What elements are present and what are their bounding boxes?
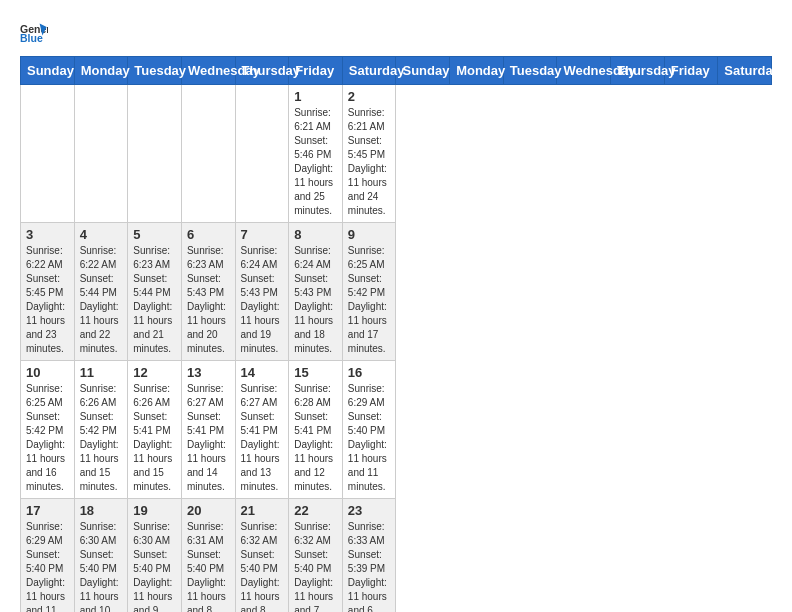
day-header-sunday: Sunday xyxy=(21,57,75,85)
day-cell: 8Sunrise: 6:24 AM Sunset: 5:43 PM Daylig… xyxy=(289,223,343,361)
day-info: Sunrise: 6:24 AM Sunset: 5:43 PM Dayligh… xyxy=(241,244,284,356)
day-number: 18 xyxy=(80,503,123,518)
page-header: General Blue xyxy=(20,20,772,48)
day-info: Sunrise: 6:25 AM Sunset: 5:42 PM Dayligh… xyxy=(348,244,391,356)
day-info: Sunrise: 6:23 AM Sunset: 5:44 PM Dayligh… xyxy=(133,244,176,356)
day-number: 10 xyxy=(26,365,69,380)
week-row-2: 3Sunrise: 6:22 AM Sunset: 5:45 PM Daylig… xyxy=(21,223,772,361)
day-header-friday: Friday xyxy=(664,57,718,85)
day-cell: 7Sunrise: 6:24 AM Sunset: 5:43 PM Daylig… xyxy=(235,223,289,361)
day-cell: 17Sunrise: 6:29 AM Sunset: 5:40 PM Dayli… xyxy=(21,499,75,613)
day-info: Sunrise: 6:23 AM Sunset: 5:43 PM Dayligh… xyxy=(187,244,230,356)
day-header-tuesday: Tuesday xyxy=(128,57,182,85)
day-cell: 16Sunrise: 6:29 AM Sunset: 5:40 PM Dayli… xyxy=(342,361,396,499)
day-info: Sunrise: 6:32 AM Sunset: 5:40 PM Dayligh… xyxy=(294,520,337,612)
day-number: 16 xyxy=(348,365,391,380)
day-cell: 15Sunrise: 6:28 AM Sunset: 5:41 PM Dayli… xyxy=(289,361,343,499)
day-info: Sunrise: 6:26 AM Sunset: 5:41 PM Dayligh… xyxy=(133,382,176,494)
day-number: 7 xyxy=(241,227,284,242)
day-info: Sunrise: 6:29 AM Sunset: 5:40 PM Dayligh… xyxy=(348,382,391,494)
week-row-3: 10Sunrise: 6:25 AM Sunset: 5:42 PM Dayli… xyxy=(21,361,772,499)
day-cell: 22Sunrise: 6:32 AM Sunset: 5:40 PM Dayli… xyxy=(289,499,343,613)
day-cell: 2Sunrise: 6:21 AM Sunset: 5:45 PM Daylig… xyxy=(342,85,396,223)
day-header-wednesday: Wednesday xyxy=(557,57,611,85)
logo-icon: General Blue xyxy=(20,20,48,48)
day-info: Sunrise: 6:33 AM Sunset: 5:39 PM Dayligh… xyxy=(348,520,391,612)
day-info: Sunrise: 6:24 AM Sunset: 5:43 PM Dayligh… xyxy=(294,244,337,356)
day-cell: 4Sunrise: 6:22 AM Sunset: 5:44 PM Daylig… xyxy=(74,223,128,361)
day-info: Sunrise: 6:28 AM Sunset: 5:41 PM Dayligh… xyxy=(294,382,337,494)
day-cell: 18Sunrise: 6:30 AM Sunset: 5:40 PM Dayli… xyxy=(74,499,128,613)
day-info: Sunrise: 6:25 AM Sunset: 5:42 PM Dayligh… xyxy=(26,382,69,494)
day-cell: 21Sunrise: 6:32 AM Sunset: 5:40 PM Dayli… xyxy=(235,499,289,613)
day-cell: 5Sunrise: 6:23 AM Sunset: 5:44 PM Daylig… xyxy=(128,223,182,361)
day-info: Sunrise: 6:21 AM Sunset: 5:46 PM Dayligh… xyxy=(294,106,337,218)
day-header-wednesday: Wednesday xyxy=(181,57,235,85)
day-cell: 1Sunrise: 6:21 AM Sunset: 5:46 PM Daylig… xyxy=(289,85,343,223)
day-header-friday: Friday xyxy=(289,57,343,85)
week-row-1: 1Sunrise: 6:21 AM Sunset: 5:46 PM Daylig… xyxy=(21,85,772,223)
day-number: 5 xyxy=(133,227,176,242)
day-cell xyxy=(181,85,235,223)
day-cell: 3Sunrise: 6:22 AM Sunset: 5:45 PM Daylig… xyxy=(21,223,75,361)
day-cell: 11Sunrise: 6:26 AM Sunset: 5:42 PM Dayli… xyxy=(74,361,128,499)
day-number: 2 xyxy=(348,89,391,104)
day-number: 21 xyxy=(241,503,284,518)
day-cell: 23Sunrise: 6:33 AM Sunset: 5:39 PM Dayli… xyxy=(342,499,396,613)
day-cell: 20Sunrise: 6:31 AM Sunset: 5:40 PM Dayli… xyxy=(181,499,235,613)
day-info: Sunrise: 6:29 AM Sunset: 5:40 PM Dayligh… xyxy=(26,520,69,612)
day-cell: 13Sunrise: 6:27 AM Sunset: 5:41 PM Dayli… xyxy=(181,361,235,499)
day-cell: 12Sunrise: 6:26 AM Sunset: 5:41 PM Dayli… xyxy=(128,361,182,499)
day-header-saturday: Saturday xyxy=(342,57,396,85)
day-cell: 14Sunrise: 6:27 AM Sunset: 5:41 PM Dayli… xyxy=(235,361,289,499)
calendar-table: SundayMondayTuesdayWednesdayThursdayFrid… xyxy=(20,56,772,612)
day-header-monday: Monday xyxy=(74,57,128,85)
day-info: Sunrise: 6:26 AM Sunset: 5:42 PM Dayligh… xyxy=(80,382,123,494)
day-header-tuesday: Tuesday xyxy=(503,57,557,85)
day-cell: 19Sunrise: 6:30 AM Sunset: 5:40 PM Dayli… xyxy=(128,499,182,613)
day-header-saturday: Saturday xyxy=(718,57,772,85)
day-number: 14 xyxy=(241,365,284,380)
day-number: 17 xyxy=(26,503,69,518)
day-number: 13 xyxy=(187,365,230,380)
calendar-header-row: SundayMondayTuesdayWednesdayThursdayFrid… xyxy=(21,57,772,85)
day-info: Sunrise: 6:32 AM Sunset: 5:40 PM Dayligh… xyxy=(241,520,284,612)
day-number: 4 xyxy=(80,227,123,242)
day-number: 19 xyxy=(133,503,176,518)
day-number: 12 xyxy=(133,365,176,380)
day-info: Sunrise: 6:22 AM Sunset: 5:44 PM Dayligh… xyxy=(80,244,123,356)
day-number: 8 xyxy=(294,227,337,242)
day-number: 22 xyxy=(294,503,337,518)
day-number: 1 xyxy=(294,89,337,104)
day-info: Sunrise: 6:27 AM Sunset: 5:41 PM Dayligh… xyxy=(187,382,230,494)
day-cell xyxy=(74,85,128,223)
day-info: Sunrise: 6:27 AM Sunset: 5:41 PM Dayligh… xyxy=(241,382,284,494)
logo: General Blue xyxy=(20,20,48,48)
day-header-sunday: Sunday xyxy=(396,57,450,85)
day-info: Sunrise: 6:22 AM Sunset: 5:45 PM Dayligh… xyxy=(26,244,69,356)
day-cell: 6Sunrise: 6:23 AM Sunset: 5:43 PM Daylig… xyxy=(181,223,235,361)
svg-text:Blue: Blue xyxy=(20,32,43,44)
day-number: 15 xyxy=(294,365,337,380)
day-number: 23 xyxy=(348,503,391,518)
day-number: 3 xyxy=(26,227,69,242)
day-info: Sunrise: 6:21 AM Sunset: 5:45 PM Dayligh… xyxy=(348,106,391,218)
day-number: 20 xyxy=(187,503,230,518)
day-cell xyxy=(235,85,289,223)
day-number: 9 xyxy=(348,227,391,242)
day-header-thursday: Thursday xyxy=(235,57,289,85)
day-number: 6 xyxy=(187,227,230,242)
day-info: Sunrise: 6:30 AM Sunset: 5:40 PM Dayligh… xyxy=(133,520,176,612)
day-info: Sunrise: 6:30 AM Sunset: 5:40 PM Dayligh… xyxy=(80,520,123,612)
week-row-4: 17Sunrise: 6:29 AM Sunset: 5:40 PM Dayli… xyxy=(21,499,772,613)
day-header-monday: Monday xyxy=(450,57,504,85)
day-cell xyxy=(128,85,182,223)
day-info: Sunrise: 6:31 AM Sunset: 5:40 PM Dayligh… xyxy=(187,520,230,612)
day-number: 11 xyxy=(80,365,123,380)
day-cell xyxy=(21,85,75,223)
day-header-thursday: Thursday xyxy=(611,57,665,85)
day-cell: 10Sunrise: 6:25 AM Sunset: 5:42 PM Dayli… xyxy=(21,361,75,499)
day-cell: 9Sunrise: 6:25 AM Sunset: 5:42 PM Daylig… xyxy=(342,223,396,361)
